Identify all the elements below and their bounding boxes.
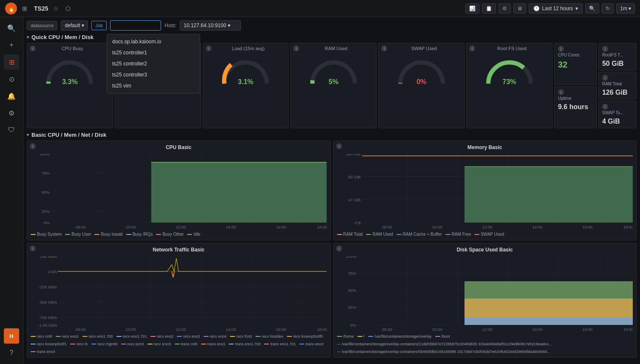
svg-text:50%: 50% xyxy=(348,288,356,293)
svg-marker-21 xyxy=(151,162,327,223)
job-input[interactable] xyxy=(110,20,161,31)
disk-basic-legend: /home / /var/lib/containers/storage/over… xyxy=(337,334,633,354)
legend-trans-eno3: trans eno3 xyxy=(31,350,55,354)
dropdown-item-2[interactable]: ts25 controller2 xyxy=(107,58,200,69)
info-icon-ram-total[interactable]: i xyxy=(602,75,608,81)
legend-recv-fcn0: recv fcn0 xyxy=(230,334,252,339)
sidebar-item-alerts[interactable]: 🔔 xyxy=(4,88,19,104)
svg-marker-88 xyxy=(464,318,633,325)
svg-text:12:00: 12:00 xyxy=(176,225,186,229)
legend-trans-cnl0: trans cnl0 xyxy=(175,342,198,346)
svg-text:08:00: 08:00 xyxy=(382,225,392,229)
rootfs-value: 73% xyxy=(503,78,516,86)
legend-ram-used: RAM Used xyxy=(366,232,393,237)
job-dropdown: docs.sp.lab.kaloom.io ts25 controller1 t… xyxy=(107,34,200,93)
legend-recv-mgmt0: recv mgmt0 xyxy=(91,342,118,346)
stat-rootfs-total: i RootFS T... 50 GiB xyxy=(598,43,637,71)
info-icon-cores[interactable]: i xyxy=(558,46,564,52)
cpu-basic-chart: 100% 75% 50% 25% 0% 08:00 10:00 12:00 14… xyxy=(31,154,327,230)
info-icon-swap-total[interactable]: i xyxy=(602,104,608,110)
info-icon-load[interactable]: i xyxy=(206,45,212,51)
cores-value: 32 xyxy=(558,60,593,70)
svg-text:08:00: 08:00 xyxy=(76,327,86,332)
ram-gauge: 5% xyxy=(294,53,373,87)
basic-section-header[interactable]: ▾ Basic CPU / Mem / Net / Disk xyxy=(27,132,637,138)
job-label: Job xyxy=(91,21,107,30)
svg-text:50%: 50% xyxy=(42,190,50,195)
dropdown-item-4[interactable]: ts25 vim xyxy=(107,80,200,91)
info-icon-disk[interactable]: i xyxy=(336,245,342,251)
cpu-busy-title: CPU Busy xyxy=(31,46,109,51)
info-icon-cpu[interactable]: i xyxy=(30,45,36,51)
dropdown-item-0[interactable]: docs.sp.lab.kaloom.io xyxy=(107,36,200,47)
uptime-value: 9.6 hours xyxy=(558,103,593,111)
legend-recv-eno1: recv eno1 xyxy=(56,334,79,339)
stat-ram-total: i RAM Total 126 GiB xyxy=(598,72,637,99)
time-range-selector[interactable]: 🕐 Last 12 hours ▾ xyxy=(529,3,583,14)
info-icon-net[interactable]: i xyxy=(30,245,36,251)
tv-mode-button[interactable]: 🖥 xyxy=(513,3,526,14)
sidebar-item-help[interactable]: ? xyxy=(4,345,19,361)
gauge-load: i Load (15m avg) 3.1% xyxy=(203,43,289,128)
ram-total-value: 126 GiB xyxy=(602,89,633,96)
disk-basic-title: Disk Space Used Basic xyxy=(337,247,633,253)
info-icon-uptime[interactable]: i xyxy=(558,89,564,95)
sidebar-item-shield[interactable]: 🛡 xyxy=(4,122,19,138)
settings-button[interactable]: ⚙ xyxy=(498,3,511,14)
refresh-interval-selector[interactable]: 1m ▾ xyxy=(616,3,635,14)
main-content: datasource default ▾ Job docs.sp.lab.kal… xyxy=(23,17,640,364)
svg-text:0 B: 0 B xyxy=(354,221,360,225)
rootfs-title: Root FS Used xyxy=(470,46,549,51)
network-basic-chart: 250 Mb/s 0 b/s -250 Mb/s -500 Mb/s -750 … xyxy=(31,256,327,333)
grid-icon: ⊞ xyxy=(20,3,29,14)
svg-text:12:00: 12:00 xyxy=(482,225,492,229)
report-button[interactable]: 📋 xyxy=(482,3,496,14)
load-gauge: 3.1% xyxy=(207,53,285,87)
svg-text:25%: 25% xyxy=(348,305,356,310)
zoom-icon: 🔍 xyxy=(589,6,595,11)
top-nav: 🔥 ⊞ TS25 ☆ ⬡ 📊 📋 ⚙ 🖥 🕐 Last 12 hours ▾ 🔍… xyxy=(0,0,640,17)
legend-busy-iowait: Busy Iowait xyxy=(94,232,122,237)
sidebar-item-settings[interactable]: ⚙ xyxy=(4,105,19,121)
info-icon-cpu-basic[interactable]: i xyxy=(30,143,36,149)
svg-text:16:00: 16:00 xyxy=(582,327,592,332)
legend-recv-kvsenp5s0f0: recv kvsenp5s0f0 xyxy=(287,334,323,339)
sidebar-item-user[interactable]: H xyxy=(4,328,19,344)
load-value: 3.1% xyxy=(238,78,253,86)
zoom-out-button[interactable]: 🔍 xyxy=(585,3,599,14)
sidebar-item-dashboards[interactable]: ⊞ xyxy=(4,54,19,70)
sidebar-item-search[interactable]: 🔍 xyxy=(4,20,19,36)
svg-marker-41 xyxy=(464,166,633,223)
svg-text:08:00: 08:00 xyxy=(76,225,86,229)
svg-text:18:00: 18:00 xyxy=(623,327,633,332)
datasource-select[interactable]: default ▾ xyxy=(61,20,88,31)
svg-text:18:00: 18:00 xyxy=(623,225,633,229)
app-logo[interactable]: 🔥 xyxy=(5,3,17,14)
ram-title: RAM Used xyxy=(294,46,373,51)
dropdown-item-1[interactable]: ts25 controller1 xyxy=(107,47,200,58)
charts-row-1: i CPU Basic xyxy=(27,141,637,240)
svg-text:0 b/s: 0 b/s xyxy=(48,270,57,274)
panel-add-button[interactable]: 📊 xyxy=(465,3,479,14)
sidebar-item-explore[interactable]: ⊙ xyxy=(4,71,19,87)
svg-text:14:00: 14:00 xyxy=(226,225,236,229)
sidebar-item-add[interactable]: + xyxy=(4,37,19,53)
ram-total-title: RAM Total xyxy=(602,82,633,86)
refresh-button[interactable]: ↻ xyxy=(602,3,614,14)
memory-basic-panel: i Memory Basic 140 GiB xyxy=(333,141,637,240)
rootfs-total-value: 50 GiB xyxy=(602,60,633,68)
info-icon-mem-basic[interactable]: i xyxy=(336,143,342,149)
dropdown-item-3[interactable]: ts25 controller3 xyxy=(107,69,200,80)
star-icon[interactable]: ☆ xyxy=(51,3,60,14)
svg-text:14:00: 14:00 xyxy=(226,327,236,332)
chart-icon: 📊 xyxy=(469,6,476,11)
memory-basic-legend: RAM Total RAM Used RAM Cache + Buffer RA… xyxy=(337,232,633,237)
legend-recv-hostdev: recv hostdev xyxy=(255,334,283,339)
info-icon-rootfs-t[interactable]: i xyxy=(602,46,608,52)
rootfs-total-title: RootFS T... xyxy=(602,53,633,57)
cores-title: CPU Cores xyxy=(558,53,593,57)
svg-text:250 Mb/s: 250 Mb/s xyxy=(40,256,57,259)
share-icon[interactable]: ⬡ xyxy=(64,3,72,14)
ram-value: 5% xyxy=(328,78,338,86)
host-select[interactable]: 10.127.64.10:9100 ▾ xyxy=(180,20,241,31)
